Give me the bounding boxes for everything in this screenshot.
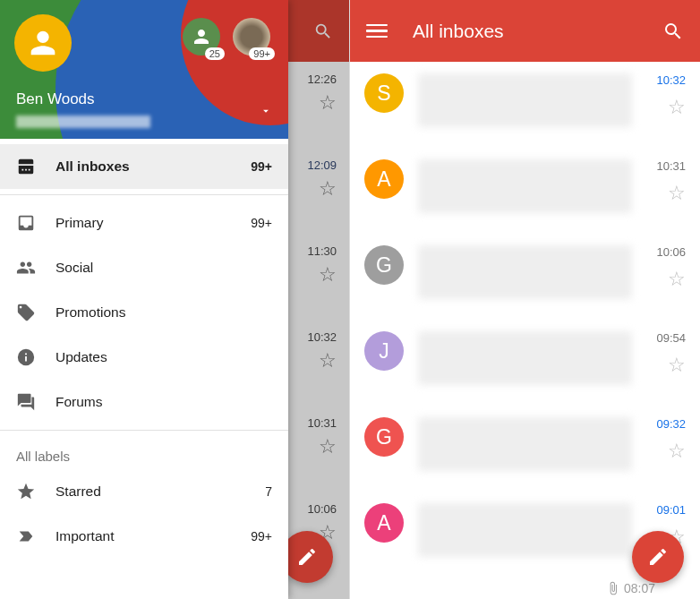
email-time: 09:01 bbox=[656, 503, 686, 517]
attachment-indicator: 08:07 bbox=[606, 581, 655, 595]
email-list[interactable]: S 10:32☆ A 10:31☆ G 10:06☆ J 09:54☆ G bbox=[350, 62, 700, 599]
avatar-initial: G bbox=[376, 425, 392, 449]
secondary-account-1[interactable]: 25 bbox=[183, 18, 220, 56]
email-content-redacted bbox=[418, 417, 632, 471]
drawer-item-starred[interactable]: Starred 7 bbox=[0, 469, 288, 514]
drawer-item-count: 99+ bbox=[251, 529, 272, 543]
account-email-redacted bbox=[16, 116, 150, 128]
email-content-redacted bbox=[418, 503, 632, 557]
star-toggle[interactable]: ☆ bbox=[668, 440, 686, 463]
account-switcher[interactable] bbox=[260, 105, 272, 121]
email-time: 10:31 bbox=[656, 159, 686, 173]
drawer-header: 25 99+ Ben Woods bbox=[0, 0, 288, 139]
drawer-item-all-inboxes[interactable]: All inboxes 99+ bbox=[0, 144, 288, 189]
email-content-redacted bbox=[418, 159, 632, 213]
email-time: 10:06 bbox=[656, 245, 686, 259]
avatar-initial: G bbox=[376, 253, 392, 278]
menu-button[interactable] bbox=[366, 21, 388, 42]
pencil-icon bbox=[296, 546, 318, 568]
account-badge: 99+ bbox=[249, 47, 275, 60]
drawer-item-forums[interactable]: Forums bbox=[0, 380, 288, 424]
email-item[interactable]: J 09:54☆ bbox=[350, 320, 700, 406]
paperclip-icon bbox=[606, 581, 620, 595]
avatar-initial: S bbox=[377, 81, 390, 106]
drawer-item-label: Social bbox=[55, 260, 272, 276]
drawer-item-important[interactable]: Important 99+ bbox=[0, 514, 288, 559]
star-toggle[interactable]: ☆ bbox=[668, 96, 686, 119]
search-button[interactable] bbox=[662, 21, 684, 42]
drawer-section-header: All labels bbox=[0, 436, 288, 469]
compose-fab[interactable] bbox=[632, 531, 684, 583]
email-item[interactable]: S 10:32☆ bbox=[350, 62, 700, 148]
sender-avatar[interactable]: S bbox=[364, 73, 404, 113]
email-time: 09:32 bbox=[656, 417, 686, 431]
main-avatar[interactable] bbox=[14, 14, 72, 72]
drawer-item-label: Primary bbox=[55, 215, 251, 231]
email-content-redacted bbox=[418, 73, 632, 127]
email-content-redacted bbox=[418, 245, 632, 299]
drawer-list: All inboxes 99+ Primary 99+ Social Promo… bbox=[0, 139, 288, 599]
app-bar: All inboxes bbox=[350, 0, 700, 62]
drawer-item-count: 99+ bbox=[251, 159, 272, 174]
email-content-redacted bbox=[418, 331, 632, 385]
drawer-item-social[interactable]: Social bbox=[0, 245, 288, 290]
star-icon bbox=[16, 482, 36, 501]
people-icon bbox=[16, 258, 36, 278]
important-icon bbox=[16, 526, 36, 546]
avatar-initial: A bbox=[377, 167, 390, 192]
drawer-item-label: All inboxes bbox=[55, 158, 251, 175]
person-icon bbox=[191, 26, 212, 47]
forum-icon bbox=[16, 392, 36, 412]
drawer-item-label: Promotions bbox=[55, 304, 272, 321]
hamburger-icon bbox=[366, 24, 388, 27]
avatar-initial: A bbox=[377, 511, 390, 535]
drawer-item-label: Updates bbox=[55, 349, 272, 365]
drawer-item-updates[interactable]: Updates bbox=[0, 335, 288, 380]
inbox-icon bbox=[16, 213, 36, 233]
email-time: 10:32 bbox=[656, 73, 686, 87]
drawer-item-count: 99+ bbox=[251, 216, 272, 230]
sender-avatar[interactable]: A bbox=[364, 159, 404, 199]
secondary-account-2[interactable]: 99+ bbox=[233, 18, 270, 56]
nav-drawer: 25 99+ Ben Woods All inboxes 99+ bbox=[0, 0, 288, 599]
account-name: Ben Woods bbox=[16, 90, 95, 108]
pencil-icon bbox=[647, 546, 669, 568]
sender-avatar[interactable]: G bbox=[364, 417, 404, 457]
sender-avatar[interactable]: J bbox=[364, 331, 404, 371]
drawer-item-promotions[interactable]: Promotions bbox=[0, 290, 288, 335]
info-icon bbox=[16, 347, 36, 367]
right-phone: All inboxes S 10:32☆ A 10:31☆ G 10:06☆ J bbox=[350, 0, 700, 599]
account-badge: 25 bbox=[205, 47, 225, 60]
sender-avatar[interactable]: A bbox=[364, 503, 404, 543]
email-item[interactable]: G 10:06☆ bbox=[350, 234, 700, 320]
drawer-item-label: Important bbox=[55, 528, 251, 544]
divider bbox=[0, 194, 288, 195]
sender-avatar[interactable]: G bbox=[364, 245, 404, 285]
divider bbox=[0, 430, 288, 431]
left-phone: 12:26☆ 12:09☆ 11:30☆ 10:32☆ 10:31☆ 10:06… bbox=[0, 0, 350, 599]
star-toggle[interactable]: ☆ bbox=[668, 354, 686, 377]
attachment-time: 08:07 bbox=[624, 581, 655, 595]
drawer-item-label: Forums bbox=[55, 394, 272, 410]
email-item[interactable]: A 10:31☆ bbox=[350, 148, 700, 234]
avatar-initial: J bbox=[379, 339, 389, 364]
drawer-item-label: Starred bbox=[55, 483, 265, 500]
star-toggle[interactable]: ☆ bbox=[668, 182, 686, 205]
drawer-item-count: 7 bbox=[265, 484, 272, 499]
person-icon bbox=[25, 25, 61, 61]
all-inboxes-icon bbox=[16, 157, 36, 176]
email-time: 09:54 bbox=[656, 331, 686, 345]
tag-icon bbox=[16, 303, 36, 322]
drawer-item-primary[interactable]: Primary 99+ bbox=[0, 201, 288, 245]
email-item[interactable]: G 09:32☆ bbox=[350, 406, 700, 492]
compose-fab-bg bbox=[281, 531, 333, 583]
app-bar-title: All inboxes bbox=[413, 21, 662, 42]
caret-down-icon bbox=[260, 105, 272, 117]
star-toggle[interactable]: ☆ bbox=[668, 268, 686, 291]
